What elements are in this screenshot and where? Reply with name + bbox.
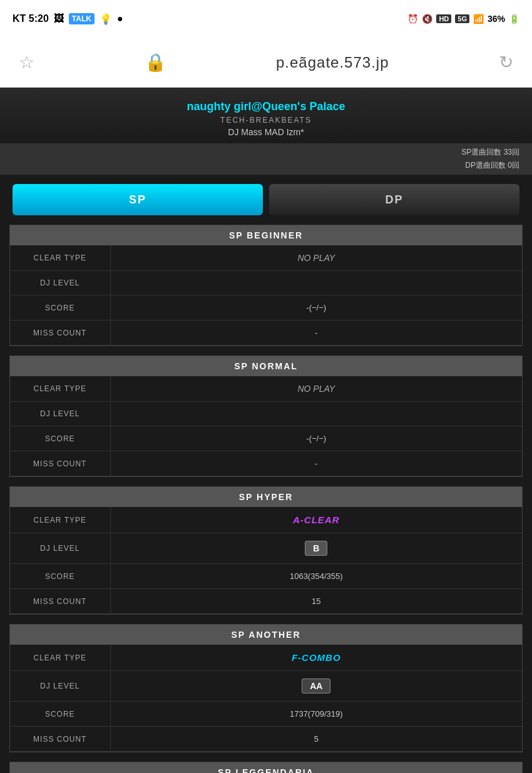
value-score: 1063(354/355) [110, 564, 522, 589]
table-row: DJ LEVEL B [10, 533, 522, 564]
label-miss-count: MISS COUNT [10, 589, 110, 614]
table-row: DJ LEVEL [10, 271, 522, 295]
browser-url[interactable]: p.eãgate.573.jp [276, 54, 389, 71]
label-score: SCORE [10, 426, 110, 451]
table-row: MISS COUNT 15 [10, 589, 522, 614]
table-row: SCORE -(−/−) [10, 295, 522, 320]
value-dj-level [110, 402, 522, 426]
talk-icon: TALK [69, 13, 95, 24]
diff-header-another: SP ANOTHER [10, 625, 522, 645]
alarm-icon: ⏰ [407, 14, 418, 24]
section-sp-beginner: SP BEGINNER CLEAR TYPE NO PLAY DJ LEVEL … [9, 225, 523, 346]
song-artist: DJ Mass MAD Izm* [13, 127, 519, 137]
battery-percent: 36% [488, 14, 505, 24]
table-row: CLEAR TYPE NO PLAY [10, 245, 522, 271]
section-sp-hyper: SP HYPER CLEAR TYPE A-CLEAR DJ LEVEL B S… [9, 486, 523, 615]
diff-table-beginner: CLEAR TYPE NO PLAY DJ LEVEL SCORE -(−/−)… [10, 245, 522, 346]
table-row: SCORE 1737(709/319) [10, 702, 522, 727]
diff-table-another: CLEAR TYPE F-COMBO DJ LEVEL AA SCORE 173… [10, 645, 522, 752]
value-score: -(−/−) [110, 426, 522, 451]
hd-badge: HD [436, 14, 451, 23]
value-dj-level: B [110, 533, 522, 564]
diff-table-normal: CLEAR TYPE NO PLAY DJ LEVEL SCORE -(−/−)… [10, 376, 522, 476]
label-dj-level: DJ LEVEL [10, 533, 110, 564]
song-title: naughty girl@Queen's Palace [13, 100, 519, 113]
label-clear-type: CLEAR TYPE [10, 245, 110, 271]
battery-icon: 🔋 [509, 14, 519, 24]
status-right: ⏰ 🔇 HD 5G 📶 36% 🔋 [407, 14, 519, 24]
lock-icon: 🔒 [145, 52, 166, 73]
diff-header-hyper: SP HYPER [10, 487, 522, 507]
song-header: naughty girl@Queen's Palace TECH-BREAKBE… [0, 88, 532, 143]
label-dj-level: DJ LEVEL [10, 671, 110, 702]
dot-icon: ● [117, 13, 123, 24]
table-row: DJ LEVEL AA [10, 671, 522, 702]
table-row: SCORE -(−/−) [10, 426, 522, 451]
value-clear-type: NO PLAY [110, 245, 522, 271]
value-miss-count: 5 [110, 727, 522, 752]
label-miss-count: MISS COUNT [10, 320, 110, 346]
value-score: -(−/−) [110, 295, 522, 320]
label-miss-count: MISS COUNT [10, 451, 110, 476]
sp-count: SP選曲回数 33回 [13, 146, 519, 159]
value-clear-type: NO PLAY [110, 376, 522, 402]
photo-icon: 🖼 [54, 13, 64, 24]
value-dj-level: AA [110, 671, 522, 702]
tab-bar: SP DP [0, 175, 532, 225]
carrier-time: KT 5:20 [13, 13, 49, 24]
section-sp-leggendaria: SP LEGGENDARIA CLEAR TYPE H-CLEAR DJ LEV… [9, 762, 523, 773]
tab-dp[interactable]: DP [269, 184, 519, 215]
table-row: CLEAR TYPE A-CLEAR [10, 507, 522, 533]
label-clear-type: CLEAR TYPE [10, 645, 110, 671]
value-clear-type: F-COMBO [110, 645, 522, 671]
label-clear-type: CLEAR TYPE [10, 507, 110, 533]
dp-count: DP選曲回数 0回 [13, 159, 519, 172]
value-dj-level [110, 271, 522, 295]
star-icon[interactable]: ☆ [19, 52, 34, 73]
browser-bar: ☆ 🔒 p.eãgate.573.jp ↻ [0, 38, 532, 88]
status-left: KT 5:20 🖼 TALK 💡 ● [13, 13, 123, 25]
difficulty-sections: SP BEGINNER CLEAR TYPE NO PLAY DJ LEVEL … [0, 225, 532, 773]
bulb-icon: 💡 [100, 13, 112, 25]
label-dj-level: DJ LEVEL [10, 402, 110, 426]
song-genre: TECH-BREAKBEATS [13, 116, 519, 125]
diff-header-beginner: SP BEGINNER [10, 225, 522, 245]
diff-header-normal: SP NORMAL [10, 356, 522, 376]
table-row: CLEAR TYPE F-COMBO [10, 645, 522, 671]
value-miss-count: - [110, 320, 522, 346]
table-row: SCORE 1063(354/355) [10, 564, 522, 589]
table-row: MISS COUNT - [10, 451, 522, 476]
label-dj-level: DJ LEVEL [10, 271, 110, 295]
play-counts: SP選曲回数 33回 DP選曲回数 0回 [0, 143, 532, 175]
label-score: SCORE [10, 564, 110, 589]
value-miss-count: 15 [110, 589, 522, 614]
refresh-icon[interactable]: ↻ [499, 52, 513, 73]
diff-table-hyper: CLEAR TYPE A-CLEAR DJ LEVEL B SCORE 1063… [10, 507, 522, 614]
table-row: DJ LEVEL [10, 402, 522, 426]
table-row: MISS COUNT 5 [10, 727, 522, 752]
value-score: 1737(709/319) [110, 702, 522, 727]
section-sp-normal: SP NORMAL CLEAR TYPE NO PLAY DJ LEVEL SC… [9, 356, 523, 477]
label-clear-type: CLEAR TYPE [10, 376, 110, 402]
5g-badge: 5G [455, 14, 469, 23]
diff-header-leggendaria: SP LEGGENDARIA [10, 762, 522, 773]
value-miss-count: - [110, 451, 522, 476]
mute-icon: 🔇 [422, 14, 432, 24]
table-row: CLEAR TYPE NO PLAY [10, 376, 522, 402]
label-miss-count: MISS COUNT [10, 727, 110, 752]
label-score: SCORE [10, 702, 110, 727]
section-sp-another: SP ANOTHER CLEAR TYPE F-COMBO DJ LEVEL A… [9, 624, 523, 752]
label-score: SCORE [10, 295, 110, 320]
status-bar: KT 5:20 🖼 TALK 💡 ● ⏰ 🔇 HD 5G 📶 36% 🔋 [0, 0, 532, 38]
main-content: naughty girl@Queen's Palace TECH-BREAKBE… [0, 88, 532, 773]
value-clear-type: A-CLEAR [110, 507, 522, 533]
signal-icon: 📶 [473, 14, 484, 24]
tab-sp[interactable]: SP [13, 184, 263, 215]
table-row: MISS COUNT - [10, 320, 522, 346]
